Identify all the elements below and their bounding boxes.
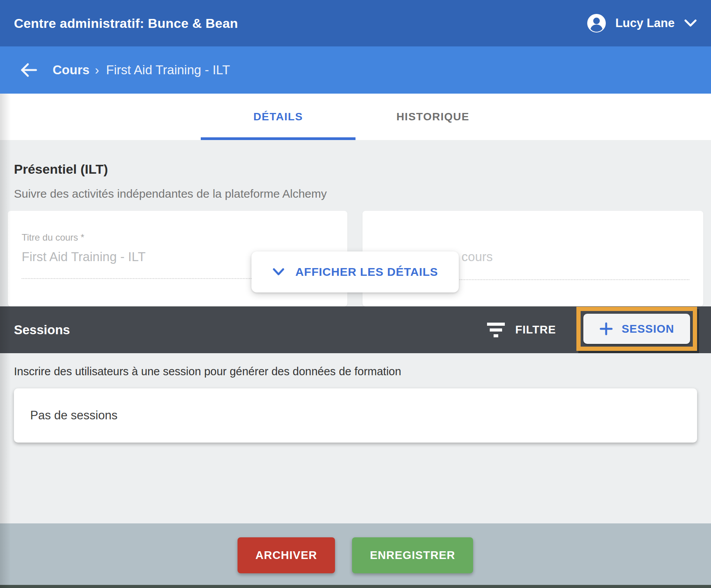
course-title-value: First Aid Training - ILT [22, 250, 145, 264]
course-title-label: Titre du cours * [22, 232, 84, 243]
sessions-helper-text: Inscrire des utilisateurs à une session … [14, 365, 401, 378]
save-button[interactable]: ENREGISTRER [352, 537, 473, 573]
page: Centre administratif: Bunce & Bean Lucy … [0, 0, 711, 588]
breadcrumb-section[interactable]: Cours [53, 63, 89, 77]
sessions-section-bar: Sessions FILTRE SESSION [0, 306, 711, 353]
footer-action-bar: ARCHIVER ENREGISTRER [0, 523, 711, 585]
show-details-label: AFFICHER LES DÉTAILS [296, 265, 438, 279]
course-type-subheading: Suivre des activités indépendantes de la… [14, 187, 327, 200]
add-session-label: SESSION [622, 323, 674, 335]
user-name: Lucy Lane [615, 16, 675, 30]
archive-button[interactable]: ARCHIVER [238, 537, 335, 573]
tab-historique-label: HISTORIQUE [397, 111, 470, 123]
chevron-down-icon [272, 268, 285, 276]
tabs: DÉTAILS HISTORIQUE [201, 94, 510, 140]
sessions-empty-text: Pas de sessions [30, 409, 118, 422]
app-title: Centre administratif: Bunce & Bean [14, 16, 238, 31]
active-tab-indicator [201, 137, 356, 140]
show-details-button[interactable]: AFFICHER LES DÉTAILS [251, 251, 459, 292]
tab-bar: DÉTAILS HISTORIQUE [0, 94, 711, 140]
tab-details[interactable]: DÉTAILS [201, 94, 356, 140]
chevron-down-icon [684, 19, 697, 27]
filter-label: FILTRE [515, 323, 556, 336]
tab-historique[interactable]: HISTORIQUE [356, 94, 510, 140]
filter-button[interactable]: FILTRE [487, 306, 556, 353]
sessions-empty-card: Pas de sessions [14, 388, 697, 443]
breadcrumb-page-title: First Aid Training - ILT [106, 63, 230, 77]
tab-details-label: DÉTAILS [253, 111, 303, 123]
app-header: Centre administratif: Bunce & Bean Lucy … [0, 0, 711, 46]
account-circle-icon [587, 14, 606, 33]
session-button-highlight: SESSION [576, 307, 697, 351]
back-button[interactable] [17, 58, 40, 82]
arrow-left-icon [20, 63, 38, 77]
add-session-button[interactable]: SESSION [583, 314, 690, 344]
breadcrumb-separator: › [95, 63, 99, 77]
course-type-heading: Présentiel (ILT) [14, 162, 108, 177]
filter-list-icon [487, 323, 505, 337]
plus-icon [599, 322, 613, 336]
user-menu[interactable]: Lucy Lane [587, 14, 697, 33]
bottom-edge-strip [0, 585, 711, 588]
breadcrumb-bar: Cours › First Aid Training - ILT [0, 46, 711, 94]
sessions-heading: Sessions [14, 306, 70, 353]
